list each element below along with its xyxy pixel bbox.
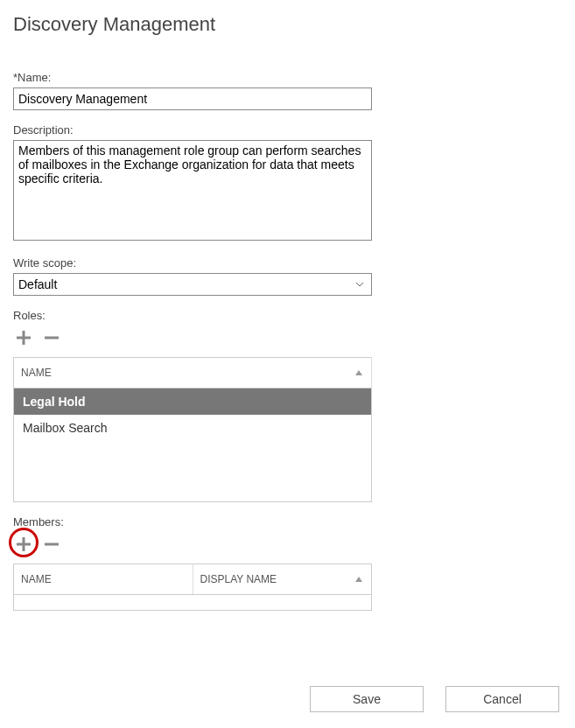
roles-header-name[interactable]: NAME <box>14 358 372 388</box>
write-scope-label: Write scope: <box>13 256 562 270</box>
add-role-button[interactable] <box>13 327 34 348</box>
minus-icon <box>44 330 60 346</box>
svg-rect-5 <box>45 543 59 546</box>
page-title: Discovery Management <box>13 13 562 36</box>
name-input[interactable] <box>13 88 372 110</box>
svg-rect-2 <box>45 337 59 340</box>
members-header-display-name[interactable]: DISPLAY NAME <box>193 564 372 595</box>
members-table: NAME DISPLAY NAME <box>13 564 372 595</box>
svg-rect-1 <box>17 337 31 340</box>
add-member-button[interactable] <box>13 534 34 555</box>
roles-body: Legal Hold Mailbox Search <box>13 388 372 502</box>
role-row-legal-hold[interactable]: Legal Hold <box>14 388 371 415</box>
members-header-display-name-text: DISPLAY NAME <box>200 573 277 585</box>
description-textarea[interactable]: Members of this management role group ca… <box>13 140 372 241</box>
plus-icon <box>16 330 32 346</box>
sort-asc-icon <box>355 370 362 375</box>
members-label: Members: <box>13 515 562 528</box>
members-body <box>13 595 372 611</box>
remove-member-button[interactable] <box>41 534 62 555</box>
remove-role-button[interactable] <box>41 327 62 348</box>
svg-rect-4 <box>17 543 31 546</box>
roles-label: Roles: <box>13 309 562 322</box>
members-header-name-text: NAME <box>21 573 52 585</box>
sort-asc-icon <box>355 577 362 582</box>
name-label: *Name: <box>13 71 562 84</box>
description-label: Description: <box>13 123 562 136</box>
members-header-name[interactable]: NAME <box>14 564 193 595</box>
minus-icon <box>44 536 60 552</box>
plus-icon <box>16 536 32 552</box>
roles-header-name-text: NAME <box>21 367 52 379</box>
roles-table: NAME <box>13 357 372 388</box>
write-scope-select[interactable]: Default <box>13 273 372 296</box>
role-row-mailbox-search[interactable]: Mailbox Search <box>14 415 371 441</box>
